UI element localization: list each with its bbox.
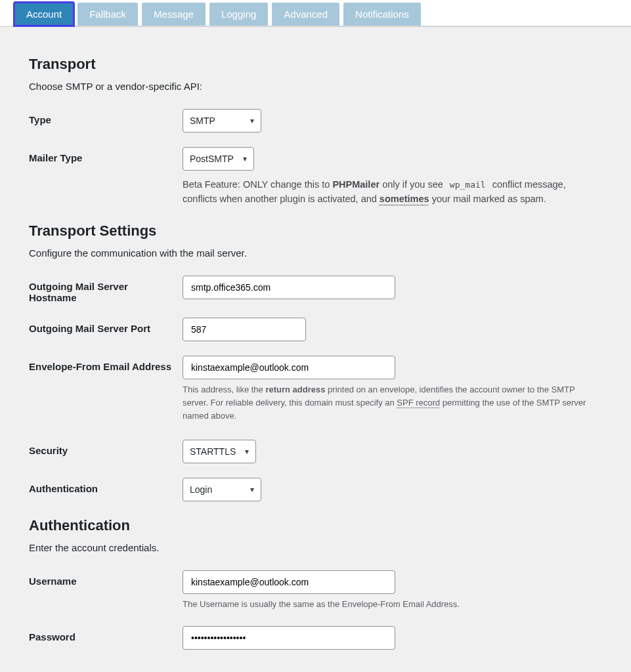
tab-message[interactable]: Message [142,3,206,26]
tab-notifications[interactable]: Notifications [343,3,421,26]
type-select[interactable]: SMTP ▾ [183,109,261,133]
type-label: Type [29,109,183,125]
tab-fallback[interactable]: Fallback [77,3,138,26]
password-label: Password [29,626,183,642]
chevron-down-icon: ▾ [250,485,254,494]
auth-desc: Enter the account credentials. [29,542,602,553]
mailer-type-select[interactable]: PostSMTP ▾ [183,147,254,171]
mailer-type-value: PostSMTP [190,154,234,164]
transport-settings-desc: Configure the communication with the mai… [29,247,602,259]
authentication-value: Login [190,484,212,495]
transport-heading: Transport [29,56,602,73]
username-help: The Username is usually the same as the … [183,598,602,611]
transport-desc: Choose SMTP or a vendor-specific API: [29,81,602,92]
security-select[interactable]: STARTTLS ▾ [183,440,256,463]
tabs-nav: Account Fallback Message Logging Advance… [12,0,631,26]
password-input[interactable] [183,626,395,650]
envelope-help: This address, like the return address pr… [183,383,602,423]
username-label: Username [29,570,183,587]
tab-logging[interactable]: Logging [209,3,268,26]
hostname-input[interactable] [183,276,395,299]
chevron-down-icon: ▾ [243,154,247,163]
mailer-type-help: Beta Feature: ONLY change this to PHPMai… [183,177,602,207]
authentication-label: Authentication [29,478,183,494]
type-select-value: SMTP [190,116,215,126]
port-input[interactable] [183,318,306,341]
authentication-select[interactable]: Login ▾ [183,478,261,501]
auth-heading: Authentication [29,517,602,534]
chevron-down-icon: ▾ [245,447,249,456]
tab-account[interactable]: Account [14,3,74,26]
port-label: Outgoing Mail Server Port [29,318,183,334]
username-input[interactable] [183,570,395,594]
security-label: Security [29,440,183,456]
envelope-input[interactable] [183,356,395,379]
security-value: STARTTLS [190,446,236,457]
transport-settings-heading: Transport Settings [29,222,602,240]
tab-advanced[interactable]: Advanced [272,3,339,26]
mailer-type-label: Mailer Type [29,147,183,163]
chevron-down-icon: ▾ [250,116,254,125]
envelope-label: Envelope-From Email Address [29,356,183,372]
hostname-label: Outgoing Mail Server Hostname [29,276,183,303]
